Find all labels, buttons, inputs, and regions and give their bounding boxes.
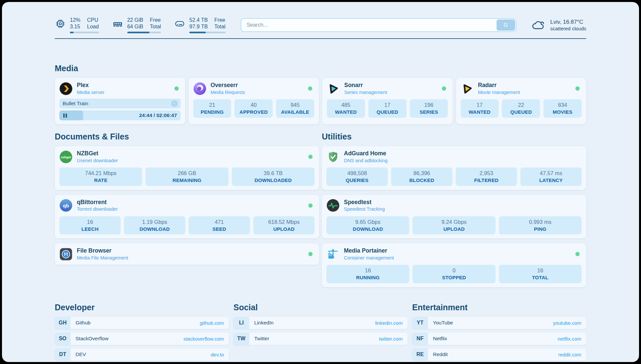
bookmark-stackoverflow[interactable]: SO StackOverflow stackoverflow.com [55, 333, 229, 345]
disk-free-label: Free [214, 17, 226, 23]
svg-text:qb: qb [63, 203, 69, 208]
stat-pending: 21 PENDING [193, 99, 231, 118]
speedtest-icon [326, 199, 340, 212]
service-title: File Browser [77, 247, 128, 255]
cpu-progress-fill [70, 32, 74, 33]
stat-downloaded: 39.6 TB DOWNLOADED [232, 167, 315, 186]
stat-filtered: 2,953 FILTERED [456, 167, 517, 186]
cpu-progress-track [70, 32, 99, 33]
bookmark-abbr: NF [412, 333, 428, 345]
disk-total-value: 97.9 TB [189, 23, 208, 30]
stat-approved: 40 APPROVED [234, 99, 273, 118]
bookmark-name: Twitter [254, 336, 269, 342]
service-card-qbittorrent[interactable]: qb qBittorrent Torrent downloader 16 LEE… [55, 195, 319, 239]
view-media-icon[interactable] [171, 101, 177, 106]
playback-progress-fill [59, 110, 83, 120]
stat-remaining: 266 GB REMAINING [145, 167, 228, 186]
memory-total-label: Total [150, 23, 161, 30]
qbittorrent-icon: qb [59, 199, 73, 212]
status-dot [308, 155, 313, 159]
service-card-sonarr[interactable]: Sonarr Series management 485 WANTED 17 Q… [322, 78, 453, 124]
pause-icon[interactable] [63, 113, 68, 118]
memory-free-value: 22 GiB [127, 17, 143, 23]
service-card-radarr[interactable]: Radarr Movie management 17 WANTED 22 QUE… [456, 78, 587, 124]
section-title-social: Social [233, 302, 408, 312]
bookmark-abbr: SO [55, 333, 71, 345]
bookmark-name: DEV [76, 351, 86, 357]
bookmark-url: netflix.com [558, 336, 581, 342]
bookmark-abbr: TW [233, 333, 249, 345]
stat-ping: 0.993 ms PING [499, 216, 582, 235]
radarr-icon [461, 82, 474, 95]
service-subtitle: Container management [344, 255, 394, 261]
playback-time: 24:44 / 02:06:47 [139, 112, 181, 118]
bookmark-url: twitter.com [379, 336, 403, 342]
playback-progress-bar: 24:44 / 02:06:47 [59, 110, 181, 120]
stat-movies: 834 MOVIES [543, 99, 582, 118]
bookmark-reddit[interactable]: RE Reddit reddit.com [412, 349, 586, 361]
bookmark-dev[interactable]: DT DEV dev.to [55, 349, 229, 361]
disk-free-value: 52.4 TB [189, 17, 208, 23]
memory-widget: 22 GiB 64 GiB Free Total [112, 17, 161, 33]
plex-icon [59, 82, 73, 95]
memory-free-label: Free [150, 17, 161, 23]
bookmark-linkedin[interactable]: LI LinkedIn linkedin.com [233, 317, 408, 329]
service-card-filebrowser[interactable]: File Browser Media File Management [55, 243, 319, 265]
cpu-icon [55, 18, 66, 29]
service-card-plex[interactable]: Plex Media server Bullet Train 24:44 / 0… [55, 78, 185, 124]
service-card-nzbget[interactable]: nzbget NZBGet Usenet downloader 744.21 M… [55, 146, 319, 190]
adguard-icon [326, 150, 340, 164]
disk-total-label: Total [214, 23, 226, 30]
stat-series: 196 SERIES [410, 99, 448, 118]
search-input[interactable] [241, 18, 516, 32]
utilities-column: Utilities AdGuard Home [322, 132, 586, 287]
memory-total-value: 64 GiB [127, 23, 143, 30]
top-bar: 12% 3.15 CPU Load [55, 15, 586, 35]
service-card-overseerr[interactable]: Overseerr Media Requests 21 PENDING 40 A… [189, 78, 319, 124]
section-title-media: Media [55, 63, 586, 73]
now-playing-title: Bullet Train [63, 101, 171, 106]
status-dot [174, 86, 179, 91]
stat-upload: 9.24 Gbps UPLOAD [412, 216, 495, 235]
dashboard-page: 12% 3.15 CPU Load [2, 2, 639, 362]
bookmark-twitter[interactable]: TW Twitter twitter.com [233, 333, 408, 345]
bookmark-url: youtube.com [553, 320, 581, 326]
filebrowser-icon [59, 248, 73, 261]
stat-total: 16 TOTAL [499, 265, 582, 283]
bookmark-url: dev.to [211, 352, 224, 357]
stat-running: 16 RUNNING [326, 265, 409, 283]
cpu-load-label: Load [87, 23, 99, 30]
bookmark-url: linkedin.com [375, 320, 403, 326]
service-card-portainer[interactable]: Media Portainer Container management 16 … [322, 243, 586, 287]
bookmark-github[interactable]: GH Github github.com [55, 317, 229, 329]
bookmark-name: Github [76, 320, 91, 326]
weather-widget: Lviv, 16.87°C scattered clouds [531, 18, 586, 32]
sonarr-icon [327, 82, 340, 95]
stat-rate: 744.21 Mbps RATE [59, 167, 142, 186]
bookmark-name: YouTube [433, 320, 453, 326]
media-card-row: Plex Media server Bullet Train 24:44 / 0… [55, 78, 586, 124]
memory-progress-fill [127, 32, 150, 33]
service-card-speedtest[interactable]: Speedtest Speedtest Tracking 9.65 Gbps D… [322, 195, 586, 239]
service-title: AdGuard Home [344, 150, 387, 157]
service-title: NZBGet [77, 150, 118, 157]
service-title: Plex [77, 82, 105, 89]
service-card-adguard[interactable]: AdGuard Home DNS and adblocking 498,508 … [322, 146, 586, 190]
section-title-entertainment: Entertainment [412, 302, 586, 312]
nzbget-icon: nzbget [59, 150, 73, 164]
disk-progress-fill [189, 32, 205, 33]
disk-progress-track [189, 32, 226, 33]
section-title-developer: Developer [55, 302, 229, 312]
system-widgets: 12% 3.15 CPU Load [55, 17, 226, 33]
header-divider [55, 38, 586, 39]
service-subtitle: Movie management [478, 89, 520, 95]
documents-column: Documents & Files nzbget NZBGet U [55, 132, 319, 287]
bookmark-netflix[interactable]: NF Netflix netflix.com [412, 333, 586, 345]
search-provider-button[interactable]: G [497, 19, 515, 31]
bookmark-name: Netflix [433, 336, 447, 342]
status-dot [308, 86, 312, 91]
status-dot [575, 252, 580, 256]
bookmark-youtube[interactable]: YT YouTube youtube.com [412, 317, 586, 329]
bookmark-name: LinkedIn [254, 320, 274, 326]
memory-icon [112, 18, 123, 29]
